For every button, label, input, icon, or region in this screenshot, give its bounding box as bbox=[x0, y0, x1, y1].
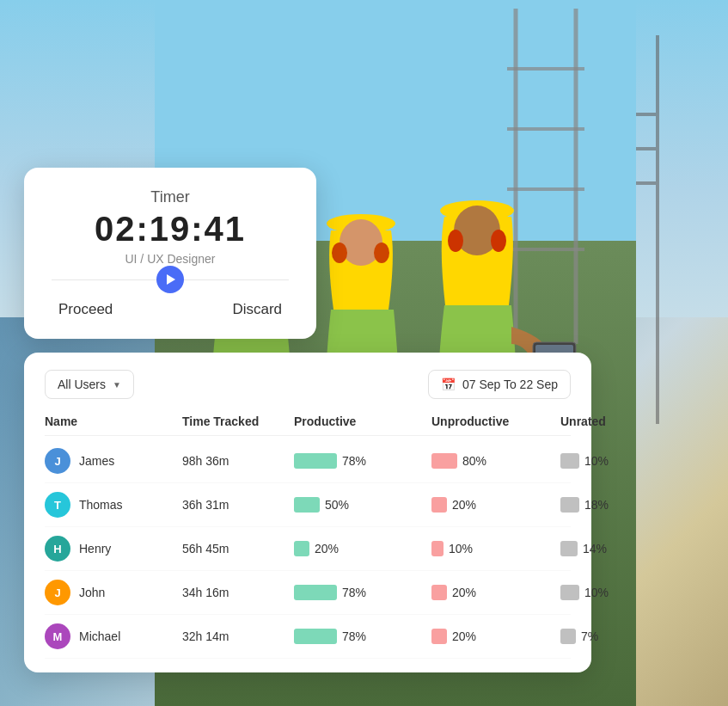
unrated-bar bbox=[560, 629, 576, 644]
unrated-cell: 14% bbox=[560, 541, 646, 556]
user-filter-dropdown[interactable]: All Users ▼ bbox=[45, 370, 134, 399]
timer-actions: Proceed Discard bbox=[52, 298, 289, 322]
col-unproductive: Unproductive bbox=[431, 414, 560, 428]
col-productive: Productive bbox=[294, 414, 431, 428]
productive-bar bbox=[294, 453, 337, 469]
col-name: Name bbox=[45, 414, 182, 428]
unproductive-cell: 10% bbox=[431, 541, 560, 556]
timer-role: UI / UX Designer bbox=[52, 252, 289, 266]
col-time-tracked: Time Tracked bbox=[182, 414, 294, 428]
productive-pct: 78% bbox=[342, 629, 366, 643]
unrated-bar bbox=[560, 497, 579, 513]
productive-bar bbox=[294, 541, 309, 556]
user-cell: M Michael bbox=[45, 623, 182, 649]
unproductive-cell: 20% bbox=[431, 585, 560, 600]
productive-pct: 78% bbox=[342, 586, 366, 599]
avatar: J bbox=[45, 580, 70, 605]
table-body: J James 98h 36m 78% 80% 10% T Thomas 36h… bbox=[45, 439, 571, 659]
table-row: J James 98h 36m 78% 80% 10% bbox=[45, 439, 571, 483]
avatar: T bbox=[45, 492, 70, 518]
user-cell: T Thomas bbox=[45, 492, 182, 518]
time-tracked: 32h 14m bbox=[182, 629, 294, 643]
unrated-pct: 10% bbox=[584, 454, 609, 468]
productive-cell: 50% bbox=[294, 497, 431, 513]
proceed-button[interactable]: Proceed bbox=[52, 298, 119, 322]
avatar: H bbox=[45, 536, 70, 562]
productive-bar bbox=[294, 585, 337, 600]
unrated-pct: 14% bbox=[583, 542, 607, 556]
unrated-cell: 18% bbox=[560, 497, 646, 513]
table-header: Name Time Tracked Productive Unproductiv… bbox=[45, 414, 571, 436]
user-cell: J John bbox=[45, 580, 182, 605]
avatar: M bbox=[45, 623, 70, 649]
unproductive-pct: 20% bbox=[452, 498, 476, 512]
productive-pct: 50% bbox=[325, 498, 349, 512]
user-name: James bbox=[79, 454, 114, 468]
unproductive-bar bbox=[431, 453, 457, 469]
timer-play-button[interactable] bbox=[156, 266, 184, 293]
table-row: H Henry 56h 45m 20% 10% 14% bbox=[45, 527, 571, 571]
col-unrated: Unrated bbox=[560, 414, 646, 428]
card-filters: All Users ▼ 📅 07 Sep To 22 Sep bbox=[45, 370, 571, 399]
time-tracked: 34h 16m bbox=[182, 586, 294, 599]
table-row: J John 34h 16m 78% 20% 10% bbox=[45, 571, 571, 615]
unproductive-pct: 80% bbox=[462, 454, 486, 468]
avatar: J bbox=[45, 448, 70, 474]
timer-title: Timer bbox=[52, 188, 289, 206]
table-row: T Thomas 36h 31m 50% 20% 18% bbox=[45, 483, 571, 527]
unrated-bar bbox=[560, 453, 579, 469]
unproductive-pct: 10% bbox=[449, 542, 473, 556]
unproductive-pct: 20% bbox=[452, 629, 476, 643]
unrated-bar bbox=[560, 541, 578, 556]
user-cell: H Henry bbox=[45, 536, 182, 562]
productive-cell: 20% bbox=[294, 541, 431, 556]
productive-bar bbox=[294, 497, 320, 513]
productive-pct: 78% bbox=[342, 454, 366, 468]
play-icon bbox=[167, 274, 175, 285]
productive-cell: 78% bbox=[294, 585, 431, 600]
svg-point-18 bbox=[448, 230, 463, 252]
unproductive-bar bbox=[431, 497, 447, 513]
discard-button[interactable]: Discard bbox=[225, 298, 289, 322]
unrated-pct: 18% bbox=[584, 498, 609, 512]
user-cell: J James bbox=[45, 448, 182, 474]
unproductive-bar bbox=[431, 541, 444, 556]
svg-point-19 bbox=[491, 230, 506, 252]
productive-cell: 78% bbox=[294, 629, 431, 644]
date-range-label: 07 Sep To 22 Sep bbox=[462, 378, 558, 391]
svg-point-14 bbox=[332, 242, 347, 263]
unproductive-cell: 20% bbox=[431, 497, 560, 513]
productive-cell: 78% bbox=[294, 453, 431, 469]
table-row: M Michael 32h 14m 78% 20% 7% bbox=[45, 615, 571, 659]
unrated-pct: 10% bbox=[584, 586, 609, 599]
unproductive-cell: 20% bbox=[431, 629, 560, 644]
unproductive-bar bbox=[431, 585, 447, 600]
unrated-cell: 10% bbox=[560, 453, 646, 469]
timer-time: 02:19:41 bbox=[52, 210, 289, 249]
unproductive-bar bbox=[431, 629, 447, 644]
productive-pct: 20% bbox=[315, 542, 339, 556]
unrated-bar bbox=[560, 585, 579, 600]
dropdown-arrow-icon: ▼ bbox=[113, 380, 121, 390]
calendar-icon: 📅 bbox=[441, 378, 456, 391]
date-range-picker[interactable]: 📅 07 Sep To 22 Sep bbox=[428, 370, 571, 399]
user-name: John bbox=[79, 586, 105, 599]
user-name: Henry bbox=[79, 542, 111, 556]
unrated-cell: 10% bbox=[560, 585, 646, 600]
unproductive-cell: 80% bbox=[431, 453, 560, 469]
unrated-pct: 7% bbox=[581, 629, 598, 643]
productive-bar bbox=[294, 629, 337, 644]
time-tracked: 98h 36m bbox=[182, 454, 294, 468]
svg-point-15 bbox=[374, 242, 389, 263]
unrated-cell: 7% bbox=[560, 629, 646, 644]
user-name: Michael bbox=[79, 629, 120, 643]
user-name: Thomas bbox=[79, 498, 123, 512]
timer-card: Timer 02:19:41 UI / UX Designer Proceed … bbox=[24, 168, 316, 339]
time-tracked: 56h 45m bbox=[182, 542, 294, 556]
filter-label: All Users bbox=[58, 378, 106, 391]
data-card: All Users ▼ 📅 07 Sep To 22 Sep Name Time… bbox=[24, 353, 591, 672]
unproductive-pct: 20% bbox=[452, 586, 476, 599]
time-tracked: 36h 31m bbox=[182, 498, 294, 512]
